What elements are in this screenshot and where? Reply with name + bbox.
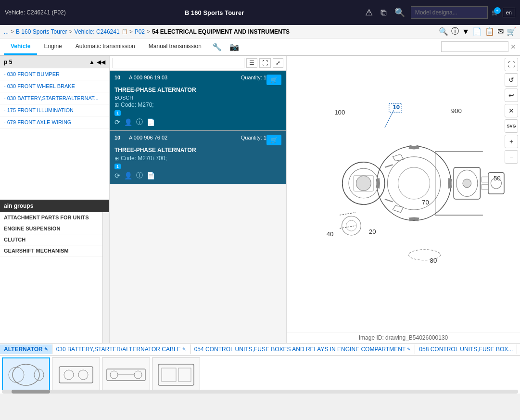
part-item-0-doc-badge: 1	[114, 110, 121, 116]
thumbnail-0[interactable]	[2, 357, 50, 390]
part-item-1[interactable]: 10 A 000 906 76 02 Quantity: 1 🛒 THREE-P…	[110, 131, 286, 184]
parts-list-header: ☰ ⛶ ⤢	[110, 56, 286, 71]
sidebar-group-gearshift[interactable]: GEARSHIFT MECHANISM	[0, 245, 102, 256]
sidebar-header-icons: ▲ ◀◀	[89, 59, 105, 65]
tabs-search-clear[interactable]: ✕	[510, 43, 516, 51]
part-item-1-doc-icon[interactable]: 📄	[147, 172, 155, 179]
breadcrumb-current: 54 ELECTRICAL EQUIPMENT AND INSTRUMENTS	[152, 28, 290, 35]
sidebar-minimize-icon[interactable]: ◀◀	[97, 59, 105, 65]
cart-icon-action[interactable]: 🛒	[507, 27, 516, 36]
sidebar-item-battery-starter[interactable]: - 030 BATTERY,STARTER/ALTERNAT...	[0, 92, 109, 104]
part-item-1-code: ⊞ Code: M270+700;	[114, 155, 281, 162]
part-item-0-cart-button[interactable]: 🛒	[266, 75, 281, 85]
parts-expand-toggle[interactable]: ⤢	[273, 58, 283, 68]
lang-selector[interactable]: en	[503, 8, 515, 17]
part-item-0-pos: 10	[114, 75, 126, 80]
part-item-1-actions: ⟳ 👤 ⓘ 📄	[114, 171, 281, 180]
diagram-toolbar: ⛶ ↺ ↩ ✕ SVG + −	[505, 58, 518, 164]
diagram-rotate-btn[interactable]: ↺	[505, 73, 518, 87]
svg-rect-0	[287, 99, 520, 290]
top-bar-actions: ⚠ ⧉ 🔍 🛒 + en	[363, 5, 515, 20]
parts-list: ☰ ⛶ ⤢ 10 A 000 906 19 03 Quantity: 1 🛒 T…	[110, 56, 287, 343]
bottom-bar: ALTERNATOR ✎ 030 BATTERY,STARTER/ALTERNA…	[0, 343, 520, 394]
sidebar-groups-label: ain groups	[0, 200, 109, 212]
sidebar-item-front-axle-wiring[interactable]: - 679 FRONT AXLE WIRING	[0, 116, 109, 128]
sidebar-collapse-icon[interactable]: ▲	[89, 59, 95, 65]
tab-vehicle[interactable]: Vehicle	[4, 39, 37, 55]
parts-list-view-toggle[interactable]: ☰	[246, 58, 257, 68]
part-item-0-name: THREE-PHASE ALTERNATOR	[114, 87, 281, 93]
diagram-main: 10 100 900 40 20 50 70 80	[287, 56, 520, 332]
tab-icon-2[interactable]: 📷	[226, 40, 243, 53]
breadcrumb-vehicle[interactable]: Vehicle: C246241	[75, 28, 120, 35]
model-search-input[interactable]	[411, 6, 488, 19]
part-item-0-actions: ⟳ 👤 ⓘ 📄	[114, 118, 281, 127]
model-name: B 160 Sports Tourer	[185, 9, 244, 16]
diagram-svg-btn[interactable]: SVG	[505, 119, 518, 133]
diagram-caption: Image ID: drawing_B54026000130	[287, 332, 520, 343]
bottom-tab-2[interactable]: 054 CONTROL UNITS,FUSE BOXES AND RELAYS …	[190, 344, 416, 354]
diagram-undo-btn[interactable]: ↩	[505, 89, 518, 102]
zoom-icon[interactable]: 🔍	[439, 27, 448, 36]
bottom-tab-3[interactable]: 058 CONTROL UNITS,FUSE BOX...	[415, 344, 517, 354]
part-item-0-info-icon[interactable]: ⓘ	[136, 118, 143, 127]
part-item-0-person-icon[interactable]: 👤	[124, 118, 132, 126]
tab-icon-1[interactable]: 🔧	[208, 40, 226, 53]
thumbnail-2-image	[104, 359, 148, 390]
search-icon[interactable]: 🔍	[393, 5, 407, 20]
bottom-scrollbar-thumb[interactable]	[12, 390, 50, 394]
diagram-close-btn[interactable]: ✕	[505, 104, 518, 117]
warning-icon[interactable]: ⚠	[363, 5, 375, 20]
tab-automatic-transmission[interactable]: Automatic transmission	[69, 39, 142, 55]
info-icon[interactable]: ⓘ	[451, 26, 459, 37]
copy-icon[interactable]: ⧉	[379, 6, 389, 20]
document-icon[interactable]: 📄	[472, 27, 482, 36]
vehicle-info-icon[interactable]: 📋	[122, 29, 127, 34]
thumbnail-3-image	[154, 359, 198, 390]
diagram-expand-btn[interactable]: ⛶	[505, 58, 518, 71]
wis-icon[interactable]: 📋	[485, 27, 495, 36]
tab-manual-transmission[interactable]: Manual transmission	[142, 39, 208, 55]
part-item-1-cart-button[interactable]: 🛒	[266, 135, 281, 145]
tabs-search-area: ✕	[441, 41, 516, 52]
part-item-0-refresh-icon[interactable]: ⟳	[114, 118, 120, 126]
parts-search-input[interactable]	[113, 58, 244, 68]
sidebar-item-front-illumination[interactable]: - 175 FRONT ILLUMINATION	[0, 104, 109, 116]
part-item-1-info-icon[interactable]: ⓘ	[136, 171, 143, 180]
diagram-area: ⛶ ↺ ↩ ✕ SVG + − 10 100 900 40 20 50 70	[287, 56, 520, 343]
bottom-thumbnails	[0, 356, 520, 390]
sidebar-scrollbar[interactable]	[102, 212, 109, 344]
breadcrumb: ... > B 160 Sports Tourer > Vehicle: C24…	[4, 28, 439, 35]
email-icon[interactable]: ✉	[497, 27, 504, 36]
part-item-0-code: ⊞ Code: M270;	[114, 102, 281, 108]
tab-engine[interactable]: Engine	[37, 39, 68, 55]
bottom-tab-0[interactable]: ALTERNATOR ✎	[0, 344, 52, 354]
parts-grid-view-toggle[interactable]: ⛶	[259, 58, 271, 68]
breadcrumb-model[interactable]: B 160 Sports Tourer	[16, 28, 67, 35]
sidebar-group-engine-suspension[interactable]: ENGINE SUSPENSION	[0, 223, 102, 234]
part-item-0-doc-icon[interactable]: 📄	[147, 118, 155, 126]
diagram-zoom-out-btn[interactable]: −	[505, 150, 518, 164]
top-bar: Vehicle: C246241 (P02) B 160 Sports Tour…	[0, 0, 520, 25]
filter-icon[interactable]: ▼	[462, 27, 469, 36]
thumbnail-3[interactable]	[152, 357, 200, 390]
sidebar-group-clutch[interactable]: CLUTCH	[0, 234, 102, 245]
part-item-1-refresh-icon[interactable]: ⟳	[114, 172, 120, 179]
part-item-0-number: A 000 906 19 03	[129, 75, 238, 80]
bottom-tab-1-edit-icon: ✎	[182, 347, 186, 352]
cart-button[interactable]: 🛒 +	[492, 9, 499, 16]
thumbnail-1[interactable]	[52, 357, 100, 390]
sidebar-group-attachment[interactable]: ATTACHMENT PARTS FOR UNITS	[0, 212, 102, 223]
thumbnail-2[interactable]	[102, 357, 150, 390]
breadcrumb-p02[interactable]: P02	[135, 28, 145, 35]
bottom-tab-2-edit-icon: ✎	[407, 347, 411, 352]
sidebar-item-front-bumper[interactable]: - 030 FRONT BUMPER	[0, 68, 109, 80]
tabs-search-input[interactable]	[441, 41, 508, 52]
part-item-1-person-icon[interactable]: 👤	[124, 172, 132, 179]
bottom-tab-1[interactable]: 030 BATTERY,STARTER/ALTERNATOR CABLE ✎	[52, 344, 190, 354]
part-item-0[interactable]: 10 A 000 906 19 03 Quantity: 1 🛒 THREE-P…	[110, 71, 286, 131]
sidebar-item-front-wheel-brake[interactable]: - 030 FRONT WHEEL BRAKE	[0, 80, 109, 92]
svg-text:70: 70	[422, 199, 429, 206]
diagram-zoom-in-btn[interactable]: +	[505, 135, 518, 148]
breadcrumb-home[interactable]: ...	[4, 28, 9, 35]
